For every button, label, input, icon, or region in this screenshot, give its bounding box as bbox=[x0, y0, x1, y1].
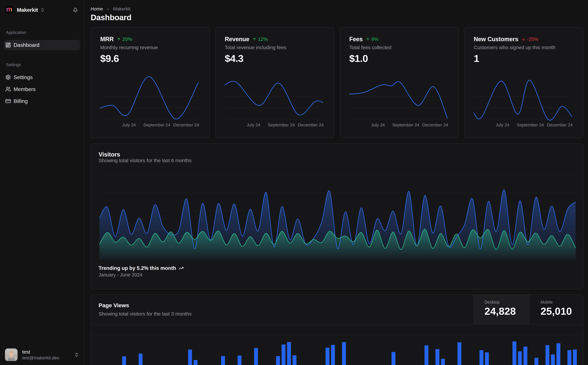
page-views-mobile-toggle[interactable]: Mobile 25,010 bbox=[529, 295, 583, 325]
bell-icon bbox=[73, 8, 78, 12]
credit-card-icon bbox=[5, 98, 11, 104]
stat-sparkline bbox=[225, 76, 323, 119]
stats-row: MRR 20% Monthly recurring revenue $9.6 J… bbox=[91, 27, 583, 138]
chevron-right-icon bbox=[106, 7, 110, 11]
sidebar-item-dashboard[interactable]: Dashboard bbox=[4, 40, 80, 50]
stat-card-fees: Fees 9% Total fees collected $1.0 July 2… bbox=[340, 27, 459, 138]
stat-sparkline bbox=[100, 76, 198, 119]
arrow-up-icon bbox=[117, 37, 121, 41]
arrow-down-icon bbox=[521, 37, 526, 41]
stat-x-axis: July 24September 24December 24 bbox=[100, 122, 198, 129]
chevrons-up-down-icon bbox=[74, 352, 79, 357]
user-menu[interactable]: test test@makerkit.dev bbox=[5, 348, 79, 361]
stat-trend-badge: 9% bbox=[366, 36, 378, 42]
sidebar-item-settings[interactable]: Settings bbox=[4, 72, 80, 82]
sparkline-svg bbox=[100, 76, 198, 119]
avatar-image bbox=[5, 348, 18, 361]
stat-title: Fees bbox=[349, 36, 363, 43]
arrow-up-icon bbox=[252, 37, 256, 41]
stat-subtitle: Customers who signed up this month bbox=[474, 45, 555, 50]
makerkit-logo-letter: m bbox=[6, 6, 12, 13]
sidebar-item-label: Billing bbox=[14, 98, 28, 104]
avatar bbox=[5, 348, 18, 361]
stat-value: 1 bbox=[474, 53, 479, 64]
user-menu-chevrons[interactable] bbox=[74, 352, 79, 357]
user-email: test@makerkit.dev bbox=[22, 356, 59, 360]
visitors-trend: Trending up by 5.2% this month bbox=[99, 265, 184, 271]
x-tick-label: September 24 bbox=[268, 122, 295, 127]
sparkline-svg bbox=[474, 76, 572, 119]
x-tick-label: September 24 bbox=[392, 122, 419, 127]
sidebar-item-label: Dashboard bbox=[14, 42, 40, 48]
stat-subtitle: Monthly recurring revenue bbox=[100, 45, 158, 50]
x-tick-label: July 24 bbox=[247, 122, 260, 127]
stat-sparkline bbox=[474, 76, 572, 119]
stat-sparkline bbox=[349, 76, 447, 119]
notifications-button[interactable] bbox=[73, 8, 78, 12]
chevrons-up-down-icon bbox=[40, 8, 45, 12]
sidebar-header: m Makerkit bbox=[5, 5, 79, 15]
breadcrumb-current: Makerkit bbox=[113, 6, 131, 12]
settings-icon bbox=[5, 74, 11, 80]
sidebar-item-billing[interactable]: Billing bbox=[4, 96, 80, 106]
nav-group-settings: Settings bbox=[4, 62, 80, 67]
page-views-bar-chart bbox=[91, 325, 583, 365]
x-tick-label: September 24 bbox=[517, 122, 544, 127]
page-views-title: Page Views bbox=[99, 302, 129, 309]
page-views-header: Page Views Showing total visitors for th… bbox=[91, 295, 583, 325]
x-tick-label: July 24 bbox=[371, 122, 385, 127]
mobile-label: Mobile bbox=[540, 300, 583, 305]
visitors-period: January - June 2024 bbox=[99, 272, 142, 278]
visitors-chart-svg bbox=[99, 172, 576, 260]
layout-dashboard-icon bbox=[5, 42, 11, 48]
visitors-card: Visitors Showing total visitors for the … bbox=[91, 143, 583, 289]
desktop-value: 24,828 bbox=[484, 305, 529, 317]
x-tick-label: December 24 bbox=[422, 122, 448, 127]
visitors-trend-text: Trending up by 5.2% this month bbox=[99, 265, 176, 271]
workspace-name: Makerkit bbox=[17, 7, 38, 13]
breadcrumb-home[interactable]: Home bbox=[91, 6, 103, 12]
x-tick-label: July 24 bbox=[496, 122, 509, 127]
stat-trend-badge: 12% bbox=[252, 36, 268, 42]
sparkline-svg bbox=[225, 76, 323, 119]
makerkit-logo[interactable]: m bbox=[5, 6, 13, 14]
breadcrumb: Home Makerkit bbox=[91, 6, 583, 12]
visitors-area-chart bbox=[99, 172, 576, 260]
x-tick-label: December 24 bbox=[298, 122, 324, 127]
sidebar-item-label: Settings bbox=[14, 74, 33, 80]
stat-card-mrr: MRR 20% Monthly recurring revenue $9.6 J… bbox=[91, 27, 210, 138]
stat-subtitle: Total revenue including fees bbox=[225, 45, 286, 50]
page-views-card: Page Views Showing total visitors for th… bbox=[91, 295, 583, 365]
x-tick-label: December 24 bbox=[547, 122, 573, 127]
stat-card-revenue: Revenue 12% Total revenue including fees… bbox=[215, 27, 334, 138]
x-tick-label: July 24 bbox=[122, 122, 136, 127]
arrow-up-icon bbox=[366, 37, 370, 41]
x-tick-label: September 24 bbox=[143, 122, 170, 127]
users-icon bbox=[5, 86, 11, 92]
visitors-title: Visitors bbox=[99, 151, 120, 158]
sidebar: m Makerkit Application Dashboard Setting… bbox=[0, 0, 84, 365]
stat-title: Revenue bbox=[225, 36, 249, 43]
stat-x-axis: July 24September 24December 24 bbox=[349, 122, 447, 129]
stat-card-new-customers: New Customers -25% Customers who signed … bbox=[464, 27, 583, 138]
stat-x-axis: July 24September 24December 24 bbox=[225, 122, 323, 129]
stat-trend-badge: 20% bbox=[117, 36, 132, 42]
trending-up-icon bbox=[179, 266, 184, 271]
main-content: Home Makerkit Dashboard MRR 20% Monthly … bbox=[84, 0, 588, 365]
nav-group-application: Application bbox=[4, 30, 80, 35]
mobile-value: 25,010 bbox=[540, 305, 583, 317]
stat-value: $9.6 bbox=[100, 53, 119, 64]
page-views-desktop-toggle[interactable]: Desktop 24,828 bbox=[473, 295, 529, 325]
page-title: Dashboard bbox=[91, 13, 583, 22]
desktop-label: Desktop bbox=[484, 300, 529, 305]
stat-x-axis: July 24September 24December 24 bbox=[474, 122, 572, 129]
visitors-subtitle: Showing total visitors for the last 6 mo… bbox=[99, 158, 192, 163]
stat-title: MRR bbox=[100, 36, 114, 43]
sidebar-item-label: Members bbox=[14, 86, 35, 92]
sidebar-item-members[interactable]: Members bbox=[4, 84, 80, 94]
stat-title: New Customers bbox=[474, 36, 518, 43]
stat-trend-badge: -25% bbox=[521, 36, 539, 42]
page-views-subtitle: Showing total visitors for the last 3 mo… bbox=[99, 311, 192, 317]
page-views-chart-svg bbox=[91, 325, 583, 365]
workspace-selector[interactable] bbox=[40, 8, 45, 12]
